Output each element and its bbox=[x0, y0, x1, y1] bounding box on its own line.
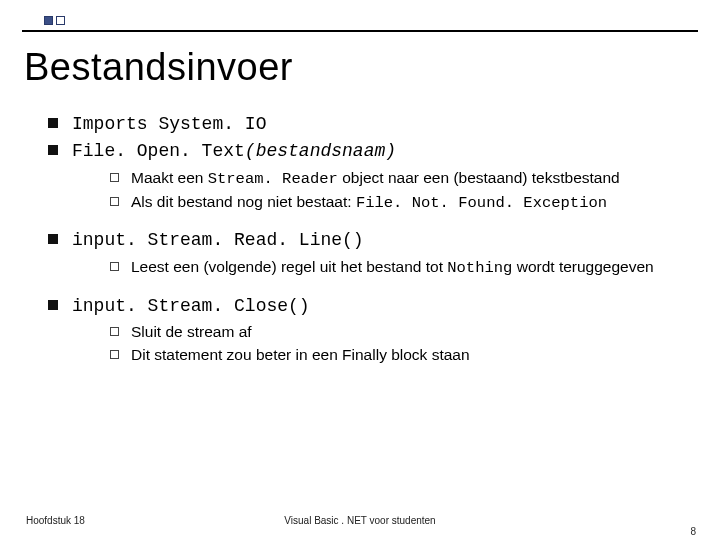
footer-left: Hoofdstuk 18 bbox=[26, 515, 85, 526]
sub-bullet-group: Maakt een Stream. Reader object naar een… bbox=[110, 168, 682, 214]
footer: Hoofdstuk 18 Visual Basic . NET voor stu… bbox=[0, 515, 720, 526]
hollow-square-bullet-icon bbox=[110, 262, 119, 271]
header-rule bbox=[22, 10, 698, 32]
slide-body: Imports System. IOFile. Open. Text(besta… bbox=[48, 111, 682, 366]
text-segment: Imports System. IO bbox=[72, 114, 266, 134]
sub-bullet-text: Dit statement zou beter in een Finally b… bbox=[131, 345, 682, 366]
text-segment: input. Stream. Close() bbox=[72, 296, 310, 316]
bullet-text: input. Stream. Close() bbox=[72, 293, 682, 318]
sub-bullet-text: Als dit bestand nog niet bestaat: File. … bbox=[131, 192, 682, 214]
sub-bullet-text: Leest een (volgende) regel uit het besta… bbox=[131, 257, 682, 279]
sub-bullet-group: Leest een (volgende) regel uit het besta… bbox=[110, 257, 682, 279]
text-segment: input. Stream. Read. Line() bbox=[72, 230, 364, 250]
footer-page-number: 8 bbox=[690, 526, 696, 537]
bullet-level2: Dit statement zou beter in een Finally b… bbox=[110, 345, 682, 366]
hollow-square-bullet-icon bbox=[110, 173, 119, 182]
text-segment: Stream. Reader bbox=[208, 170, 338, 188]
footer-center: Visual Basic . NET voor studenten bbox=[0, 515, 720, 526]
text-segment: Leest een (volgende) regel uit het besta… bbox=[131, 258, 447, 275]
bullet-text: Imports System. IO bbox=[72, 111, 682, 136]
text-segment: (bestandsnaam) bbox=[245, 141, 396, 161]
bullet-level1: input. Stream. Close() bbox=[48, 293, 682, 318]
hollow-square-bullet-icon bbox=[110, 197, 119, 206]
sub-bullet-group: Sluit de stream afDit statement zou bete… bbox=[110, 322, 682, 366]
sub-bullet-text: Sluit de stream af bbox=[131, 322, 682, 343]
hollow-square-bullet-icon bbox=[110, 350, 119, 359]
text-segment: object naar een (bestaand) tekstbestand bbox=[338, 169, 620, 186]
text-segment: Sluit de stream af bbox=[131, 323, 252, 340]
square-bullet-icon bbox=[48, 145, 58, 155]
text-segment: Nothing bbox=[447, 259, 512, 277]
bullet-level2: Leest een (volgende) regel uit het besta… bbox=[110, 257, 682, 279]
bullet-level1: File. Open. Text(bestandsnaam) bbox=[48, 138, 682, 163]
bullet-text: input. Stream. Read. Line() bbox=[72, 227, 682, 252]
slide-title: Bestandsinvoer bbox=[24, 46, 696, 89]
hollow-square-bullet-icon bbox=[110, 327, 119, 336]
square-bullet-icon bbox=[48, 118, 58, 128]
bullet-level2: Maakt een Stream. Reader object naar een… bbox=[110, 168, 682, 190]
header-square-filled-icon bbox=[44, 16, 53, 25]
square-bullet-icon bbox=[48, 234, 58, 244]
text-segment: wordt teruggegeven bbox=[512, 258, 653, 275]
text-segment: Dit statement zou beter in een Finally b… bbox=[131, 346, 470, 363]
bullet-text: File. Open. Text(bestandsnaam) bbox=[72, 138, 682, 163]
text-segment: Als dit bestand nog niet bestaat: bbox=[131, 193, 356, 210]
sub-bullet-text: Maakt een Stream. Reader object naar een… bbox=[131, 168, 682, 190]
bullet-level1: Imports System. IO bbox=[48, 111, 682, 136]
bullet-level1: input. Stream. Read. Line() bbox=[48, 227, 682, 252]
header-square-open-icon bbox=[56, 16, 65, 25]
text-segment: Maakt een bbox=[131, 169, 208, 186]
bullet-level2: Sluit de stream af bbox=[110, 322, 682, 343]
bullet-level2: Als dit bestand nog niet bestaat: File. … bbox=[110, 192, 682, 214]
text-segment: File. Open. Text bbox=[72, 141, 245, 161]
square-bullet-icon bbox=[48, 300, 58, 310]
text-segment: File. Not. Found. Exception bbox=[356, 194, 607, 212]
